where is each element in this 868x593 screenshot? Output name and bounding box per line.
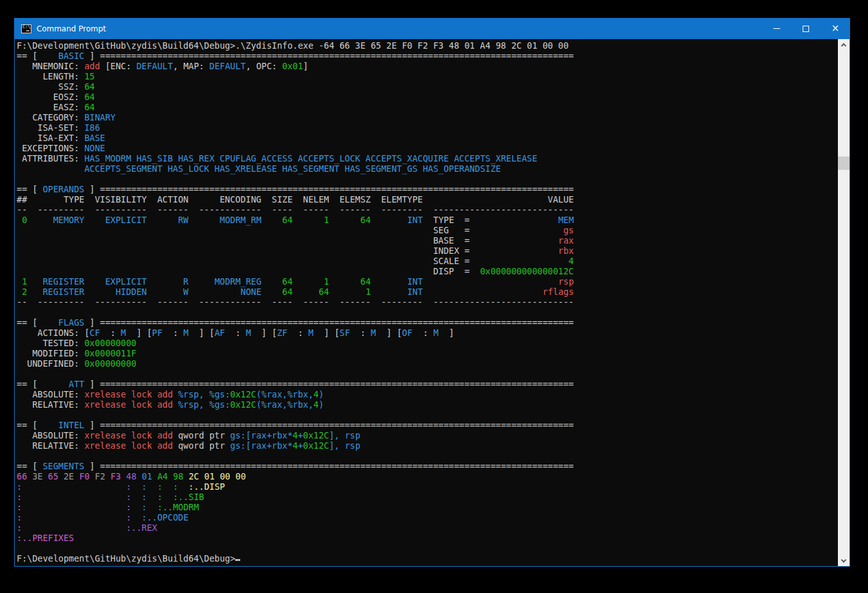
maximize-icon (803, 26, 809, 32)
terminal-line: ## TYPE VISIBILITY ACTION ENCODING SIZE … (17, 194, 838, 205)
terminal-line: SCALE = 4 (17, 256, 838, 266)
scroll-down-button[interactable] (838, 555, 849, 566)
cmd-icon: C:\ (21, 24, 31, 33)
scroll-up-button[interactable] (838, 39, 849, 50)
terminal-line: DISP = 0x000000000000012C (17, 266, 838, 276)
terminal-line: 66 3E 65 2E F0 F2 F3 48 01 A4 98 2C 01 0… (17, 471, 838, 481)
terminal-line: ABSOLUTE: xrelease lock add %rsp, %gs:0x… (17, 389, 838, 399)
terminal-line: ABSOLUTE: xrelease lock add qword ptr gs… (17, 430, 838, 440)
terminal-output: F:\Development\GitHub\zydis\Build64\Debu… (15, 39, 838, 564)
terminal-line: == [ INTEL ] ===========================… (17, 420, 838, 430)
terminal-line: LENGTH: 15 (17, 71, 838, 81)
terminal-line: 0 MEMORY EXPLICIT RW MODRM_RM 64 1 64 IN… (17, 215, 838, 225)
close-icon: × (831, 24, 840, 33)
terminal-line: == [ BASIC ] ===========================… (17, 51, 838, 61)
terminal-line (17, 543, 838, 553)
terminal-line: MNEMONIC: add [ENC: DEFAULT, MAP: DEFAUL… (17, 61, 838, 71)
terminal-line: EASZ: 64 (17, 102, 838, 112)
terminal-line: BASE = rax (17, 235, 838, 246)
terminal-line: ATTRIBUTES: HAS_MODRM HAS_SIB HAS_REX CP… (17, 153, 838, 163)
terminal-line (17, 174, 838, 184)
terminal-line: RELATIVE: xrelease lock add %rsp, %gs:0x… (17, 399, 838, 410)
minimize-icon (773, 28, 780, 29)
titlebar[interactable]: C:\ Command Prompt × (14, 18, 850, 39)
terminal-line: ACCEPTS_SEGMENT HAS_LOCK HAS_XRELEASE HA… (17, 163, 838, 174)
terminal-line: ISA-SET: I86 (17, 122, 838, 133)
terminal-line: SEG = gs (17, 225, 838, 235)
terminal-line: CATEGORY: BINARY (17, 112, 838, 122)
window-controls: × (762, 18, 850, 39)
terminal-line (17, 307, 838, 317)
terminal-line: : : : :..MODRM (17, 502, 838, 512)
terminal-line: 1 REGISTER EXPLICIT R MODRM_REG 64 1 64 … (17, 276, 838, 287)
terminal-line: == [ OPERANDS ] ========================… (17, 184, 838, 194)
terminal-line: TESTED: 0x00000000 (17, 338, 838, 348)
scrollbar-thumb[interactable] (838, 156, 849, 170)
terminal-line: MODIFIED: 0x0000011F (17, 348, 838, 358)
terminal-line: == [ ATT ] =============================… (17, 379, 838, 389)
terminal-line: -- --------- ---------- ------ ---------… (17, 297, 838, 307)
terminal[interactable]: F:\Development\GitHub\zydis\Build64\Debu… (15, 39, 838, 566)
chevron-down-icon (841, 557, 846, 562)
maximize-button[interactable] (791, 18, 821, 39)
terminal-line: -- --------- ---------- ------ ---------… (17, 205, 838, 215)
chevron-up-icon (841, 43, 846, 48)
text-cursor (235, 559, 240, 561)
terminal-line: F:\Development\GitHub\zydis\Build64\Debu… (17, 40, 838, 51)
terminal-line: EXCEPTIONS: NONE (17, 143, 838, 153)
terminal-line: == [ SEGMENTS ] ========================… (17, 461, 838, 471)
command-prompt-window: C:\ Command Prompt × F:\Development\GitH… (14, 18, 850, 567)
terminal-line: : : :..OPCODE (17, 512, 838, 522)
scrollbar[interactable] (838, 39, 849, 566)
terminal-line: EOSZ: 64 (17, 92, 838, 102)
minimize-button[interactable] (762, 18, 791, 39)
terminal-line: RELATIVE: xrelease lock add qword ptr gs… (17, 440, 838, 451)
terminal-line (17, 410, 838, 420)
terminal-line: :..PREFIXES (17, 533, 838, 543)
terminal-line: : :..REX (17, 522, 838, 533)
terminal-line: INDEX = rbx (17, 246, 838, 256)
terminal-line: : : : : : :..DISP (17, 481, 838, 492)
terminal-line (17, 451, 838, 461)
terminal-line: 2 REGISTER HIDDEN W NONE 64 64 1 INT rfl… (17, 287, 838, 297)
terminal-line: : : : : :..SIB (17, 492, 838, 502)
terminal-line: == [ FLAGS ] ===========================… (17, 317, 838, 328)
terminal-line (17, 369, 838, 379)
terminal-line: F:\Development\GitHub\zydis\Build64\Debu… (17, 553, 838, 564)
close-button[interactable]: × (821, 18, 850, 39)
terminal-line: SSZ: 64 (17, 81, 838, 92)
terminal-line: ISA-EXT: BASE (17, 133, 838, 143)
window-title: Command Prompt (37, 24, 106, 33)
terminal-line: ACTIONS: [CF : M ] [PF : M ] [AF : M ] [… (17, 328, 838, 338)
terminal-line: UNDEFINED: 0x00000000 (17, 358, 838, 369)
